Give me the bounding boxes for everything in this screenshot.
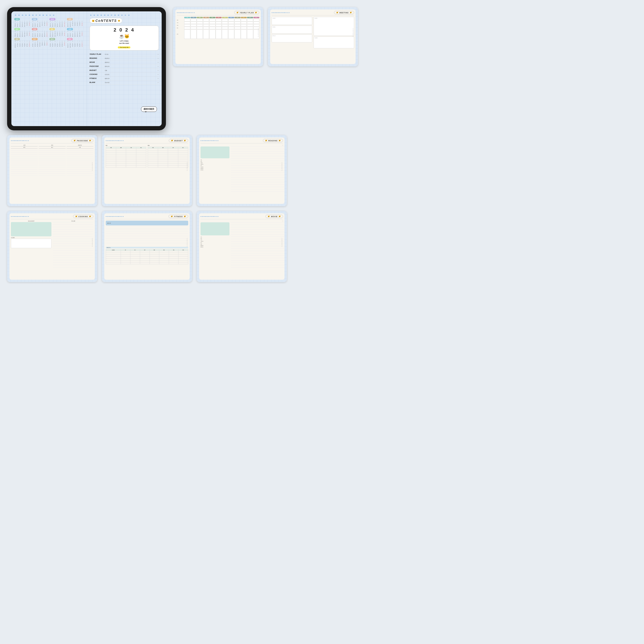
rtab-12[interactable]: 12 — [128, 14, 130, 16]
rtab-03[interactable]: 03 — [96, 14, 99, 16]
rtab-09[interactable]: 09 — [117, 14, 120, 16]
contents-item-movie[interactable]: MOVIE 观影笔记 >> — [90, 60, 159, 64]
contents-list: YEARLY PLAN 年计划 >> READING 阅读笔记 >> MOVIE… — [90, 52, 159, 85]
budget-expense-table: 日期金额分类备注 — [148, 147, 188, 168]
mar-label[interactable]: MAR — [49, 18, 55, 20]
contents-item-blank[interactable]: BLANK 空白内页 >> — [90, 81, 159, 85]
apr-label[interactable]: APR — [67, 18, 73, 20]
passcode-num-tabs[interactable]: 010203040506070809101112 — [11, 140, 29, 141]
meeting-title-text: MEETING — [339, 12, 349, 14]
rtab-06[interactable]: 06 — [107, 14, 110, 16]
tab-08[interactable]: 08 — [38, 14, 41, 16]
fitness-table-row — [106, 257, 188, 259]
budget-num-tabs[interactable]: 010203040506070809101112 — [106, 140, 123, 141]
contents-item-reading[interactable]: READING 阅读笔记 >> — [90, 56, 159, 60]
reading-content: 书名 作者 出版社 出版年份 评分 开始时间 结束时间 读书笔记 — [201, 146, 283, 194]
rtab-11[interactable]: 11 — [124, 14, 127, 16]
contents-item-yearly[interactable]: YEARLY PLAN 年计划 >> — [90, 52, 159, 56]
fitness-header: 010203040506070809101112 🐱 FITNESS 🐱 — [106, 215, 188, 219]
movie-label: MOVIE — [90, 61, 104, 64]
right-number-tabs[interactable]: 01 02 03 04 05 06 07 08 09 10 11 12 — [90, 14, 159, 16]
yearly-num-tabs[interactable]: 01 02 03 04 05 06 07 08 09 10 11 12 — [177, 12, 195, 13]
jun-label[interactable]: JUN — [32, 28, 37, 30]
calendar-grid: JAN MTWTFSS 12345 6789101112 13141516171… — [14, 18, 84, 48]
yp-jun: JUN — [216, 17, 222, 18]
rtab-01[interactable]: 01 — [90, 14, 92, 16]
meeting-contents-tab: CONTENTS — [352, 28, 354, 37]
tab-11[interactable]: 11 — [49, 14, 52, 16]
fitness-title-text: FITNESS — [174, 216, 183, 217]
movie-details-list: 片名 导演 主演 上映年份 评分 类型 观看时间 观影笔记 — [201, 236, 229, 248]
nov-label[interactable]: NOV — [49, 38, 55, 40]
oct-days: 123456 78910111213 14151617181920 212223… — [32, 42, 48, 47]
meeting-place-box: 会议地点 — [272, 26, 312, 34]
feb-label[interactable]: FEB — [32, 18, 37, 20]
dec-label[interactable]: DEC — [67, 38, 73, 40]
passcode-pwd-header: 密码 — [39, 145, 65, 146]
tab-01[interactable]: 01 — [14, 14, 17, 16]
tab-07[interactable]: 07 — [35, 14, 38, 16]
rtab-05[interactable]: 05 — [103, 14, 106, 16]
tab-04[interactable]: 04 — [25, 14, 27, 16]
jul-label[interactable]: JUL — [49, 28, 55, 30]
enjoy-text1: Let's enjoy — [91, 40, 157, 42]
apr-header: MTWTFSS — [67, 21, 83, 22]
passcode-cat-icon: 🐱 — [73, 140, 76, 142]
budget-header: 010203040506070809101112 🐱 BUDGET 🐱 — [106, 139, 188, 143]
rtab-07[interactable]: 07 — [110, 14, 113, 16]
contents-item-passcode[interactable]: PASSCODE 密码记录 >> — [90, 64, 159, 69]
jan-days: 12345 6789101112 13141516171819 20212223… — [14, 22, 31, 27]
rtab-10[interactable]: 10 — [121, 14, 123, 16]
fitness-num-tabs[interactable]: 010203040506070809101112 — [106, 216, 123, 217]
sep-label[interactable]: SEP — [14, 38, 20, 40]
rtab-08[interactable]: 08 — [114, 14, 116, 16]
jan-label[interactable]: JAN — [14, 18, 20, 20]
fitness-table-row — [106, 259, 188, 260]
contents-header: 🐱 CoNTENTS 🐱 — [90, 18, 159, 23]
tab-10[interactable]: 10 — [45, 14, 48, 16]
aug-days: 1234 567891011 12131415161718 1920212223… — [67, 32, 83, 37]
rtab-04[interactable]: 04 — [100, 14, 103, 16]
cooking-num-tabs[interactable]: 010203040506070809101112 — [11, 216, 29, 217]
tab-09[interactable]: 09 — [42, 14, 45, 16]
speech-bubble[interactable]: 跳转功能页 — [141, 106, 157, 112]
blank-page: >> — [157, 81, 159, 84]
tab-06[interactable]: 06 — [32, 14, 34, 16]
contents-item-fitness[interactable]: FITNESS 健身记录 >> — [90, 77, 159, 81]
yearly-rows: 目标 计划 — [177, 19, 259, 39]
cal-apr: APR MTWTFSS 1234567 891011121314 1516171… — [67, 18, 83, 27]
budget-label: BUDGET — [90, 69, 104, 72]
right-contents-page: 01 02 03 04 05 06 07 08 09 10 11 12 🐱 — [87, 11, 162, 126]
budget-inner: 010203040506070809101112 🐱 BUDGET 🐱 收入 日… — [104, 137, 190, 204]
reading-num-tabs[interactable]: 010203040506070809101112 — [201, 140, 218, 141]
reading-book-cover — [201, 146, 229, 158]
rtab-02[interactable]: 02 — [93, 14, 96, 16]
tab-12[interactable]: 12 — [52, 14, 55, 16]
fitness-title-badge: 🐱 FITNESS 🐱 — [169, 215, 188, 218]
passcode-col2: 密码 备注 — [39, 145, 65, 175]
tab-02[interactable]: 02 — [18, 14, 21, 16]
left-number-tabs[interactable]: 01 02 03 04 05 06 07 08 09 10 11 12 — [14, 14, 84, 16]
movie-cn: 观影笔记 — [105, 61, 110, 64]
contents-item-cooking[interactable]: COOKING 生活记忆 >> — [90, 73, 159, 77]
reading-details-list: 书名 作者 出版社 出版年份 评分 开始时间 结束时间 读书笔记 — [201, 159, 229, 171]
meeting-people-content — [273, 37, 311, 41]
may-label[interactable]: MAY — [14, 28, 20, 30]
meeting-content: 会议时间 会议地点 参与人员 会议内容 — [272, 17, 354, 49]
aug-label[interactable]: AUG — [67, 28, 73, 30]
yp-oct: OCT — [241, 17, 247, 18]
oct-label[interactable]: OCT — [32, 38, 38, 40]
fitness-cn: 健身记录 — [105, 77, 110, 80]
contents-item-budget[interactable]: BUDGET 记账 >> — [90, 69, 159, 73]
fitness-table-row — [106, 260, 188, 262]
yearly-plan-content: JAN FEB MAR APR MAY JUN JUL AUG SEP OCT … — [177, 17, 259, 39]
sep-days: 1 2345678 9101112131415 16171819202122 2… — [14, 42, 31, 48]
tab-05[interactable]: 05 — [28, 14, 31, 16]
passcode-cn: 密码记录 — [105, 65, 110, 68]
movie-num-tabs[interactable]: 010203040506070809101112 — [201, 216, 218, 217]
meeting-num-tabs[interactable]: 01 02 03 04 05 06 07 08 09 10 11 12 — [272, 12, 289, 13]
reading-title-text: READING — [268, 140, 278, 142]
tab-03[interactable]: 03 — [21, 14, 24, 16]
contents-title: CoNTENTS — [96, 19, 117, 23]
reading-cat2-icon: 🐱 — [279, 140, 281, 142]
